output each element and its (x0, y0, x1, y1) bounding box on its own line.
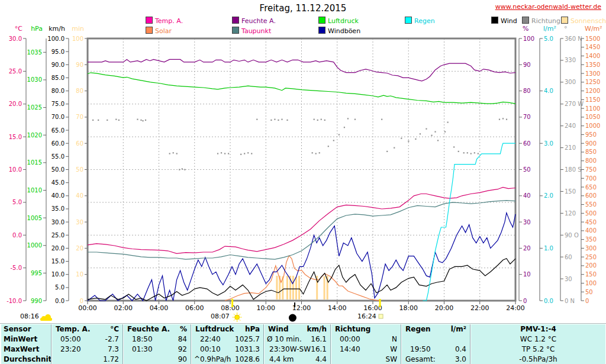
new-moon-icon (289, 314, 296, 322)
table-cell: SW (386, 355, 401, 364)
gridlines (88, 38, 515, 301)
svg-text:W/m²: W/m² (585, 25, 602, 33)
svg-text:1.0: 1.0 (544, 245, 553, 252)
sunrise-tick (231, 299, 233, 307)
svg-text:3.0: 3.0 (544, 140, 553, 147)
svg-text:270 W: 270 W (565, 101, 584, 107)
svg-text:km/h: km/h (49, 25, 65, 33)
svg-text:50.0: 50.0 (51, 166, 65, 173)
table-cell: Ø 10 min. (265, 334, 302, 344)
svg-text:1100: 1100 (585, 105, 600, 112)
col-unit: hPa (245, 324, 263, 334)
table-cell: -2.7 (105, 334, 123, 344)
table-cell: Sensor (1, 324, 51, 334)
table-cell: 00:10 (192, 344, 221, 355)
svg-text:0.0: 0.0 (12, 232, 22, 239)
axis-hPa: hPa9909951000100510101015102010251030103… (27, 25, 46, 304)
svg-text:1000: 1000 (585, 123, 600, 129)
svg-text:1250: 1250 (585, 79, 600, 85)
table-cell (52, 355, 60, 364)
axis-km/h: km/h0.05.010.015.020.025.030.035.040.045… (47, 25, 69, 304)
svg-text:1005: 1005 (27, 215, 42, 221)
svg-text:15.0: 15.0 (9, 134, 22, 140)
svg-text:80: 80 (76, 88, 83, 94)
svg-text:180 S: 180 S (565, 166, 582, 173)
table-cell: N (392, 334, 401, 344)
dewpoint-value: TP 5.2 °C (471, 344, 605, 355)
table-cell: 00:00 (331, 334, 360, 344)
svg-text:70: 70 (76, 114, 83, 120)
svg-text:45.0: 45.0 (51, 179, 65, 186)
sunrise-time: 08:07 (211, 313, 230, 320)
svg-text:1450: 1450 (585, 44, 600, 50)
svg-text:30.0: 30.0 (51, 219, 65, 226)
table-cell (124, 355, 132, 364)
svg-text:20.0: 20.0 (9, 101, 22, 107)
svg-text:0.0: 0.0 (544, 298, 553, 304)
svg-text:240: 240 (565, 123, 576, 129)
svg-text:5.0: 5.0 (12, 199, 22, 205)
svg-text:250: 250 (585, 254, 597, 260)
svg-text:60: 60 (565, 254, 572, 260)
yellow-cloud-icon (40, 314, 52, 321)
svg-text:700: 700 (585, 175, 597, 182)
svg-text:20: 20 (523, 245, 531, 252)
series-direction (92, 118, 507, 170)
col-title: Feuchte A. (124, 324, 170, 334)
svg-text:1200: 1200 (585, 88, 600, 94)
table-cell: 1028.6 (235, 355, 263, 364)
svg-text:30: 30 (565, 276, 572, 282)
table-cell: 1031.3 (235, 344, 263, 355)
table-cell: 23:30 (265, 344, 290, 355)
table-cell: W (390, 344, 401, 355)
table-cell: 22:40 (192, 334, 221, 344)
svg-text:1050: 1050 (585, 114, 600, 120)
svg-text:75.0: 75.0 (51, 101, 65, 107)
svg-text:950: 950 (585, 131, 597, 138)
table-cell: 01:30 (124, 344, 153, 355)
table-cell: 3.0 (455, 355, 470, 364)
svg-text:55.0: 55.0 (51, 153, 65, 160)
svg-text:1030: 1030 (27, 76, 42, 83)
svg-text:15.0: 15.0 (51, 258, 65, 265)
svg-text:20: 20 (76, 245, 83, 252)
temp-column: Temp. A.°C 05:00-2.7 23:207.3 1.72 (52, 324, 123, 364)
table-cell: 0.4 (455, 344, 470, 355)
svg-text:04:00: 04:00 (150, 304, 169, 312)
col-title: Regen (402, 324, 431, 334)
table-cell: 1.72 (103, 355, 123, 364)
table-cell: MinWert (1, 334, 51, 344)
x-axis-labels: 00:0002:0004:0006:0008:0010:0012:0014:00… (78, 301, 525, 312)
svg-text:90 O: 90 O (565, 232, 579, 239)
svg-text:1400: 1400 (585, 53, 600, 59)
col-title: Temp. A. (52, 324, 91, 334)
table-cell (402, 334, 410, 344)
svg-text:hPa: hPa (31, 25, 43, 33)
svg-text:20:00: 20:00 (435, 304, 454, 312)
table-cell: 4,4 km (265, 355, 294, 364)
windchill-value: WC 1.2 °C (471, 334, 605, 344)
axis-min: min0102030405060708090100 (72, 25, 88, 304)
svg-text:02:00: 02:00 (114, 304, 133, 312)
table-cell: ^0.9hPa/h (192, 355, 231, 364)
svg-text:900: 900 (585, 140, 597, 147)
table-cell: 1025.7 (235, 334, 263, 344)
svg-text:25.0: 25.0 (51, 232, 65, 239)
svg-text:20.0: 20.0 (51, 245, 65, 252)
svg-text:24:00: 24:00 (506, 304, 525, 312)
svg-text:10:00: 10:00 (256, 304, 275, 312)
svg-text:100: 100 (585, 280, 597, 286)
pressure-trend-value: -0.5hPa/3h (471, 355, 605, 364)
table-cell: 05:00 (52, 334, 81, 344)
svg-text:500: 500 (585, 210, 597, 217)
sun-icon (235, 315, 240, 320)
svg-text:100: 100 (72, 36, 83, 42)
svg-text:120: 120 (565, 210, 576, 217)
svg-text:60: 60 (523, 140, 531, 147)
svg-text:550: 550 (585, 201, 597, 208)
col-title: Richtung (331, 324, 370, 334)
axis-l/m²: l/m²0.01.02.03.04.05.0 (540, 25, 556, 304)
sunset-time: 16:24 (357, 313, 376, 320)
svg-text:80: 80 (523, 88, 531, 94)
svg-text:200: 200 (585, 262, 597, 269)
